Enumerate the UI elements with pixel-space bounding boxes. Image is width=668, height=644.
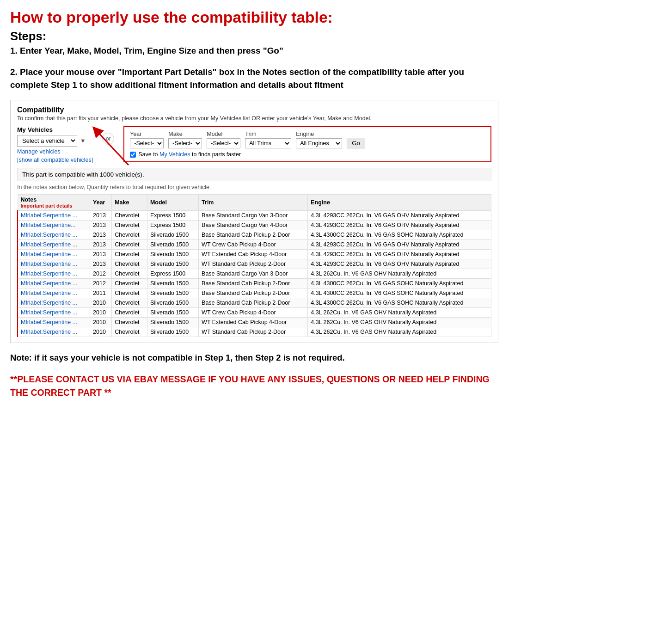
model-select[interactable]: -Select-	[207, 138, 240, 148]
data-cell: WT Standard Cab Pickup 2-Door	[199, 259, 308, 269]
step2-text: 2. Place your mouse over "Important Part…	[10, 66, 498, 92]
data-cell: Base Standard Cab Pickup 2-Door	[199, 298, 308, 308]
notes-cell[interactable]: Mfrlabel:Serpentine ...	[18, 230, 90, 240]
engine-select[interactable]: All Engines	[296, 138, 342, 148]
manage-vehicles-link[interactable]: Manage vehicles	[17, 148, 93, 155]
show-all-link[interactable]: [show all compatible vehicles]	[17, 157, 93, 163]
data-cell: Base Standard Cargo Van 4-Door	[199, 221, 308, 230]
notes-cell[interactable]: Mfrlabel:Serpentine ...	[18, 211, 90, 221]
compatibility-table: Notes Important part details Year Make M…	[17, 194, 491, 337]
data-cell: 2010	[90, 318, 112, 327]
data-cell: 4.3L 4300CC 262Cu. In. V6 GAS SOHC Natur…	[308, 279, 491, 288]
my-vehicles-link[interactable]: My Vehicles	[159, 151, 190, 158]
notes-cell[interactable]: Mfrlabel:Serpentine...	[18, 221, 90, 230]
main-title: How to properly use the compatibility ta…	[10, 8, 498, 27]
data-cell: Base Standard Cab Pickup 2-Door	[199, 288, 308, 298]
year-label: Year	[130, 131, 164, 137]
table-row: Mfrlabel:Serpentine ...2012ChevroletSilv…	[18, 279, 491, 288]
table-row: Mfrlabel:Serpentine ...2010ChevroletSilv…	[18, 308, 491, 318]
data-cell: Chevrolet	[112, 240, 147, 250]
contact-text: **PLEASE CONTACT US VIA EBAY MESSAGE IF …	[10, 373, 498, 400]
data-cell: 2013	[90, 230, 112, 240]
table-row: Mfrlabel:Serpentine ...2010ChevroletSilv…	[18, 318, 491, 327]
model-field-group: Model -Select-	[207, 131, 240, 148]
data-cell: 2013	[90, 250, 112, 259]
data-cell: Express 1500	[147, 211, 198, 221]
data-cell: 2010	[90, 298, 112, 308]
make-label: Make	[168, 131, 202, 137]
make-select[interactable]: -Select-	[168, 138, 202, 148]
my-vehicles-section: My Vehicles Select a vehicle ▼ Manage ve…	[17, 126, 93, 163]
notes-cell[interactable]: Mfrlabel:Serpentine ...	[18, 240, 90, 250]
data-cell: Base Standard Cargo Van 3-Door	[199, 211, 308, 221]
data-cell: 4.3L 262Cu. In. V6 GAS OHV Naturally Asp…	[308, 318, 491, 327]
table-row: Mfrlabel:Serpentine ...2011ChevroletSilv…	[18, 288, 491, 298]
make-field-group: Make -Select-	[168, 131, 202, 148]
notes-cell[interactable]: Mfrlabel:Serpentine ...	[18, 308, 90, 318]
vehicle-select-row: Select a vehicle ▼	[17, 135, 93, 147]
data-cell: 4.3L 4300CC 262Cu. In. V6 GAS SOHC Natur…	[308, 288, 491, 298]
data-cell: Chevrolet	[112, 298, 147, 308]
data-cell: 4.3L 4293CC 262Cu. In. V6 GAS OHV Natura…	[308, 259, 491, 269]
col-year: Year	[90, 195, 112, 211]
data-cell: Chevrolet	[112, 269, 147, 279]
data-cell: WT Crew Cab Pickup 4-Door	[199, 240, 308, 250]
notes-cell[interactable]: Mfrlabel:Serpentine ...	[18, 259, 90, 269]
notes-cell[interactable]: Mfrlabel:Serpentine ...	[18, 327, 90, 337]
notes-cell[interactable]: Mfrlabel:Serpentine ...	[18, 269, 90, 279]
data-cell: Silverado 1500	[147, 250, 198, 259]
data-cell: 4.3L 4293CC 262Cu. In. V6 GAS OHV Natura…	[308, 240, 491, 250]
data-cell: Base Standard Cargo Van 3-Door	[199, 269, 308, 279]
data-cell: 2011	[90, 288, 112, 298]
note-text: Note: if it says your vehicle is not com…	[10, 351, 498, 364]
compat-count-bar: This part is compatible with 1000 vehicl…	[17, 168, 491, 181]
step1-text: 1. Enter Year, Make, Model, Trim, Engine…	[10, 45, 498, 57]
go-button[interactable]: Go	[347, 138, 365, 148]
notes-cell[interactable]: Mfrlabel:Serpentine ...	[18, 318, 90, 327]
data-cell: Silverado 1500	[147, 318, 198, 327]
vehicle-select[interactable]: Select a vehicle	[17, 135, 77, 147]
engine-label: Engine	[296, 131, 342, 137]
data-cell: 4.3L 4293CC 262Cu. In. V6 GAS OHV Natura…	[308, 211, 491, 221]
data-cell: Base Standard Cab Pickup 2-Door	[199, 279, 308, 288]
steps-heading: Steps:	[10, 30, 498, 43]
trim-field-group: Trim All Trims	[245, 131, 291, 148]
data-cell: 2013	[90, 240, 112, 250]
save-checkbox[interactable]	[130, 152, 136, 158]
compatibility-section: Compatibility To confirm that this part …	[10, 100, 498, 343]
table-row: Mfrlabel:Serpentine ...2013ChevroletSilv…	[18, 240, 491, 250]
table-row: Mfrlabel:Serpentine ...2012ChevroletExpr…	[18, 269, 491, 279]
data-cell: Chevrolet	[112, 259, 147, 269]
data-cell: Chevrolet	[112, 288, 147, 298]
data-cell: Chevrolet	[112, 221, 147, 230]
compat-top-row: My Vehicles Select a vehicle ▼ Manage ve…	[17, 126, 491, 163]
notes-cell[interactable]: Mfrlabel:Serpentine ...	[18, 250, 90, 259]
year-make-fields: Year -Select- Make -Select- Model -Selec…	[130, 131, 485, 148]
table-row: Mfrlabel:Serpentine ...2010ChevroletSilv…	[18, 327, 491, 337]
data-cell: 4.3L 4293CC 262Cu. In. V6 GAS OHV Natura…	[308, 221, 491, 230]
data-cell: 2013	[90, 211, 112, 221]
notes-header-label: Notes	[21, 196, 87, 203]
my-vehicles-label: My Vehicles	[17, 126, 93, 133]
notes-cell[interactable]: Mfrlabel:Serpentine ...	[18, 288, 90, 298]
data-cell: Express 1500	[147, 221, 198, 230]
notes-cell[interactable]: Mfrlabel:Serpentine ...	[18, 298, 90, 308]
data-cell: 2010	[90, 308, 112, 318]
data-cell: Chevrolet	[112, 318, 147, 327]
year-select[interactable]: -Select-	[130, 138, 164, 148]
data-cell: 2013	[90, 221, 112, 230]
data-cell: Silverado 1500	[147, 298, 198, 308]
data-cell: Express 1500	[147, 269, 198, 279]
table-row: Mfrlabel:Serpentine ...2013ChevroletSilv…	[18, 259, 491, 269]
data-cell: Chevrolet	[112, 327, 147, 337]
trim-select[interactable]: All Trims	[245, 138, 291, 148]
data-cell: Chevrolet	[112, 250, 147, 259]
year-make-section: Year -Select- Make -Select- Model -Selec…	[123, 126, 491, 162]
data-cell: Silverado 1500	[147, 327, 198, 337]
notes-cell[interactable]: Mfrlabel:Serpentine ...	[18, 279, 90, 288]
data-cell: 4.3L 4300CC 262Cu. In. V6 GAS SOHC Natur…	[308, 298, 491, 308]
data-cell: Silverado 1500	[147, 279, 198, 288]
save-checkbox-row: Save to My Vehicles to finds parts faste…	[130, 151, 485, 158]
data-cell: Chevrolet	[112, 279, 147, 288]
data-cell: Chevrolet	[112, 230, 147, 240]
